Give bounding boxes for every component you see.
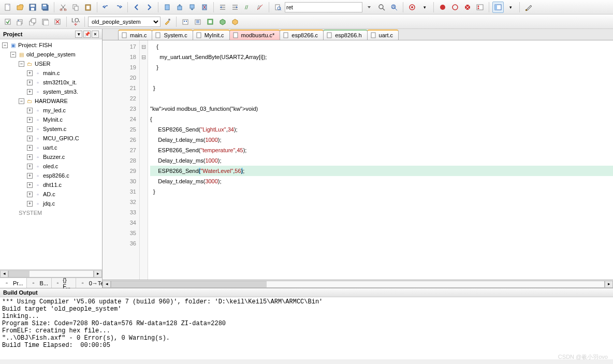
code-line[interactable]: "kw">void modbus_03_function("kw">void) xyxy=(150,104,613,114)
expand-icon[interactable]: + xyxy=(27,80,33,85)
tree-hscroll[interactable]: ◂ ▸ xyxy=(0,269,102,278)
manage-project-button[interactable] xyxy=(180,16,191,27)
scroll-left-button[interactable]: ◂ xyxy=(0,270,8,278)
expand-icon[interactable]: + xyxy=(27,70,33,76)
redo-button[interactable] xyxy=(113,2,124,13)
code-line[interactable]: ESP8266_Send("temperature",45); xyxy=(150,145,613,155)
download-button[interactable]: LOAD xyxy=(70,16,81,27)
code-line[interactable] xyxy=(150,197,613,207)
code-line[interactable]: ESP8266_Send("WaterLevel",56); xyxy=(150,166,613,176)
expand-icon[interactable]: + xyxy=(27,108,33,113)
code-line[interactable]: } xyxy=(150,83,613,93)
tree-node[interactable]: +▫jdq.c xyxy=(1,199,101,208)
tree-node[interactable]: +▫MCU_GPIO.C xyxy=(1,134,101,143)
scroll-left-button[interactable]: ◂ xyxy=(103,281,111,288)
expand-icon[interactable]: + xyxy=(27,192,33,197)
tree-node[interactable]: +▫system_stm3. xyxy=(1,87,101,96)
fold-marker[interactable]: ⊟ xyxy=(140,41,148,52)
expand-icon[interactable]: + xyxy=(27,154,33,160)
code-line[interactable] xyxy=(150,207,613,217)
copy-button[interactable] xyxy=(70,2,81,13)
tree-node[interactable]: −▤old_people_system xyxy=(1,50,101,59)
expand-icon[interactable]: − xyxy=(2,42,8,48)
code-line[interactable]: { xyxy=(150,41,613,52)
bookmark-toggle-button[interactable] xyxy=(162,2,173,13)
code-line[interactable] xyxy=(150,238,613,249)
tree-node[interactable]: +▫main.c xyxy=(1,68,101,78)
bookmark-next-button[interactable] xyxy=(186,2,198,13)
search-combo[interactable] xyxy=(285,2,362,12)
comment-button[interactable]: // xyxy=(242,2,253,13)
breakpoint-button[interactable] xyxy=(437,2,448,13)
tree-node[interactable]: +▫Buzzer.c xyxy=(1,152,101,162)
tree-node[interactable]: −🗀HARDWARE xyxy=(1,96,101,106)
fold-marker[interactable]: ⊟ xyxy=(140,52,148,62)
nav-forward-button[interactable] xyxy=(143,2,155,13)
rebuild-button[interactable] xyxy=(27,16,38,27)
debug-button[interactable] xyxy=(406,2,418,13)
configure-button[interactable] xyxy=(523,2,534,13)
code-content[interactable]: { my_uart.uart_SendByte(USART2,Array[i])… xyxy=(148,40,613,280)
window-layout-button[interactable] xyxy=(492,2,504,13)
manage-rte-button[interactable] xyxy=(205,16,216,27)
expand-icon[interactable]: + xyxy=(27,126,33,132)
bookmark-prev-button[interactable] xyxy=(174,2,185,13)
code-line[interactable]: } xyxy=(150,186,613,197)
breakpoint-window-button[interactable] xyxy=(474,2,486,13)
code-line[interactable]: Delay_t.delay_ms(1000); xyxy=(150,155,613,166)
project-bottom-tab[interactable]: ▫B... xyxy=(27,278,52,288)
panel-menu-button[interactable]: ▾ xyxy=(75,31,82,38)
pack-installer-button[interactable] xyxy=(229,16,241,27)
file-tab[interactable]: modbusrtu.c* xyxy=(229,30,281,40)
tree-node[interactable]: +▫dht11.c xyxy=(1,180,101,190)
scroll-right-button[interactable]: ▸ xyxy=(605,281,613,288)
tree-node[interactable]: +▫System.c xyxy=(1,124,101,134)
expand-icon[interactable]: − xyxy=(19,98,24,104)
window-dropdown-button[interactable]: ▾ xyxy=(505,2,516,13)
translate-button[interactable] xyxy=(2,16,13,27)
scroll-thumb[interactable] xyxy=(111,281,267,287)
scroll-track[interactable] xyxy=(111,281,605,288)
project-tree[interactable]: −▣Project: FISH−▤old_people_system−🗀USER… xyxy=(0,39,102,269)
panel-close-button[interactable]: × xyxy=(92,31,99,38)
expand-icon[interactable]: + xyxy=(27,89,33,95)
select-packs-button[interactable] xyxy=(217,16,228,27)
build-button[interactable] xyxy=(14,16,26,27)
stop-build-button[interactable] xyxy=(52,16,63,27)
find-in-files-button[interactable] xyxy=(272,2,284,13)
code-line[interactable]: my_uart.uart_SendByte(USART2,Array[i]); xyxy=(150,52,613,62)
expand-icon[interactable]: + xyxy=(27,164,33,169)
tree-node[interactable]: −▣Project: FISH xyxy=(1,40,101,50)
build-output-content[interactable]: *** Using Compiler 'V5.06 update 7 (buil… xyxy=(0,297,613,359)
expand-icon[interactable]: + xyxy=(27,145,33,151)
breakpoint-disable-button[interactable] xyxy=(449,2,461,13)
expand-icon[interactable]: − xyxy=(10,52,16,57)
code-line[interactable] xyxy=(150,93,613,104)
tree-node[interactable]: +▫AD.c xyxy=(1,190,101,199)
tree-node[interactable]: −🗀USER xyxy=(1,59,101,68)
paste-button[interactable] xyxy=(82,2,94,13)
file-tab[interactable]: esp8266.h xyxy=(323,30,367,40)
project-bottom-tab[interactable]: ▫{} F... xyxy=(52,278,76,288)
expand-icon[interactable]: + xyxy=(27,117,33,123)
code-line[interactable]: { xyxy=(150,114,613,124)
expand-icon[interactable]: + xyxy=(27,201,33,207)
tree-node[interactable]: +▫stm32f10x_it. xyxy=(1,78,101,87)
manage-multi-button[interactable] xyxy=(192,16,203,27)
scroll-thumb[interactable] xyxy=(9,271,30,277)
code-line[interactable]: Delay_t.delay_ms(3000); xyxy=(150,176,613,186)
nav-back-button[interactable] xyxy=(131,2,142,13)
fold-column[interactable]: ⊟⊟ xyxy=(140,40,148,280)
save-all-button[interactable] xyxy=(39,2,51,13)
uncomment-button[interactable]: // xyxy=(254,2,266,13)
undo-button[interactable] xyxy=(100,2,112,13)
code-editor[interactable]: 1718192021222324252627282930313233343536… xyxy=(103,40,613,280)
expand-icon[interactable]: + xyxy=(27,136,33,141)
file-tab[interactable]: esp8266.c xyxy=(280,30,324,40)
file-tab[interactable]: main.c xyxy=(118,30,152,40)
code-line[interactable] xyxy=(150,228,613,238)
editor-hscroll[interactable]: ◂ ▸ xyxy=(103,280,613,288)
file-tab[interactable]: uart.c xyxy=(367,30,399,40)
target-combo[interactable]: old_people_system xyxy=(88,17,160,27)
tree-node[interactable]: +▫oled.c xyxy=(1,162,101,171)
